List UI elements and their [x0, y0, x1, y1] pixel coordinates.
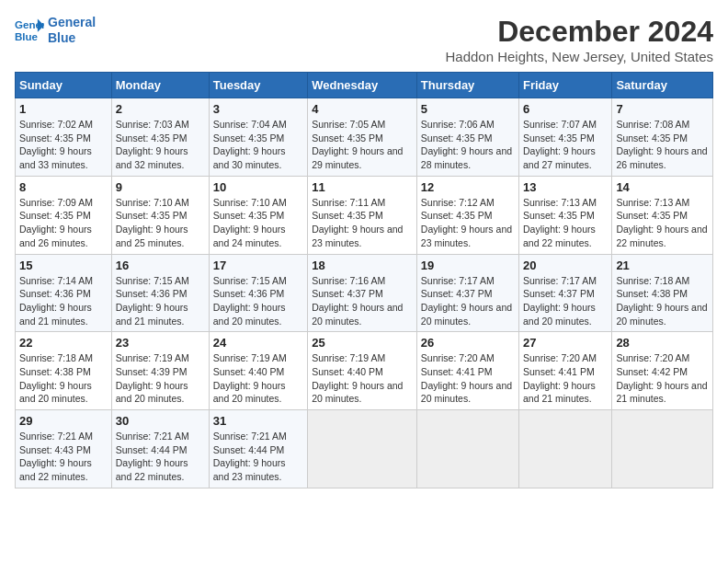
header-thursday: Thursday: [416, 73, 518, 98]
header-sunday: Sunday: [16, 73, 112, 98]
day-info: Sunrise: 7:20 AMSunset: 4:41 PMDaylight:…: [523, 351, 608, 406]
day-info: Sunrise: 7:02 AMSunset: 4:35 PMDaylight:…: [19, 118, 108, 172]
day-number: 26: [421, 336, 515, 350]
day-number: 28: [616, 336, 709, 350]
calendar-cell: 24Sunrise: 7:19 AMSunset: 4:40 PMDayligh…: [209, 332, 307, 410]
calendar-cell: 17Sunrise: 7:15 AMSunset: 4:36 PMDayligh…: [209, 254, 307, 332]
day-info: Sunrise: 7:17 AMSunset: 4:37 PMDaylight:…: [421, 274, 515, 328]
header-monday: Monday: [111, 73, 209, 98]
logo-icon: General Blue: [15, 16, 44, 45]
day-info: Sunrise: 7:21 AMSunset: 4:43 PMDaylight:…: [19, 430, 108, 484]
day-info: Sunrise: 7:08 AMSunset: 4:35 PMDaylight:…: [616, 118, 709, 172]
day-info: Sunrise: 7:18 AMSunset: 4:38 PMDaylight:…: [19, 351, 108, 406]
day-info: Sunrise: 7:20 AMSunset: 4:42 PMDaylight:…: [616, 351, 709, 406]
day-info: Sunrise: 7:13 AMSunset: 4:35 PMDaylight:…: [523, 196, 608, 250]
calendar-cell: 26Sunrise: 7:20 AMSunset: 4:41 PMDayligh…: [416, 332, 518, 410]
day-number: 5: [421, 102, 515, 116]
calendar-cell: [612, 410, 713, 488]
calendar-body: 1Sunrise: 7:02 AMSunset: 4:35 PMDaylight…: [16, 98, 713, 488]
day-number: 25: [312, 336, 413, 350]
day-number: 19: [421, 259, 515, 272]
day-number: 16: [116, 259, 205, 272]
calendar-cell: 15Sunrise: 7:14 AMSunset: 4:36 PMDayligh…: [16, 254, 112, 332]
calendar-week-4: 29Sunrise: 7:21 AMSunset: 4:43 PMDayligh…: [16, 410, 713, 488]
day-info: Sunrise: 7:13 AMSunset: 4:35 PMDaylight:…: [616, 196, 709, 250]
day-number: 14: [616, 180, 709, 194]
calendar-table: SundayMondayTuesdayWednesdayThursdayFrid…: [15, 72, 713, 488]
day-number: 4: [312, 102, 413, 116]
calendar-cell: 23Sunrise: 7:19 AMSunset: 4:39 PMDayligh…: [111, 332, 209, 410]
day-number: 7: [616, 102, 709, 116]
calendar-cell: 14Sunrise: 7:13 AMSunset: 4:35 PMDayligh…: [612, 176, 713, 254]
day-number: 17: [213, 259, 303, 272]
calendar-cell: 9Sunrise: 7:10 AMSunset: 4:35 PMDaylight…: [111, 176, 209, 254]
day-number: 29: [19, 414, 108, 428]
day-info: Sunrise: 7:19 AMSunset: 4:40 PMDaylight:…: [312, 351, 413, 406]
day-info: Sunrise: 7:20 AMSunset: 4:41 PMDaylight:…: [421, 351, 515, 406]
calendar-cell: 22Sunrise: 7:18 AMSunset: 4:38 PMDayligh…: [16, 332, 112, 410]
calendar-week-0: 1Sunrise: 7:02 AMSunset: 4:35 PMDaylight…: [16, 98, 713, 177]
main-title: December 2024: [445, 15, 713, 49]
day-number: 2: [116, 102, 205, 116]
calendar-cell: 28Sunrise: 7:20 AMSunset: 4:42 PMDayligh…: [612, 332, 713, 410]
calendar-cell: 12Sunrise: 7:12 AMSunset: 4:35 PMDayligh…: [416, 176, 518, 254]
day-number: 18: [312, 259, 413, 272]
calendar-cell: 2Sunrise: 7:03 AMSunset: 4:35 PMDaylight…: [111, 98, 209, 177]
calendar-cell: [416, 410, 518, 488]
subtitle: Haddon Heights, New Jersey, United State…: [445, 49, 713, 64]
header-wednesday: Wednesday: [308, 73, 417, 98]
calendar-cell: [519, 410, 612, 488]
day-info: Sunrise: 7:11 AMSunset: 4:35 PMDaylight:…: [312, 196, 413, 250]
day-number: 15: [19, 259, 108, 272]
day-info: Sunrise: 7:09 AMSunset: 4:35 PMDaylight:…: [19, 196, 108, 250]
calendar-cell: 25Sunrise: 7:19 AMSunset: 4:40 PMDayligh…: [308, 332, 417, 410]
day-number: 30: [116, 414, 205, 428]
calendar-cell: 20Sunrise: 7:17 AMSunset: 4:37 PMDayligh…: [519, 254, 612, 332]
day-info: Sunrise: 7:03 AMSunset: 4:35 PMDaylight:…: [116, 118, 205, 172]
header-friday: Friday: [519, 73, 612, 98]
day-info: Sunrise: 7:17 AMSunset: 4:37 PMDaylight:…: [523, 274, 608, 328]
calendar-cell: 3Sunrise: 7:04 AMSunset: 4:35 PMDaylight…: [209, 98, 307, 177]
day-info: Sunrise: 7:10 AMSunset: 4:35 PMDaylight:…: [213, 196, 303, 250]
calendar-cell: 21Sunrise: 7:18 AMSunset: 4:38 PMDayligh…: [612, 254, 713, 332]
calendar-cell: 5Sunrise: 7:06 AMSunset: 4:35 PMDaylight…: [416, 98, 518, 177]
day-number: 3: [213, 102, 303, 116]
calendar-cell: 16Sunrise: 7:15 AMSunset: 4:36 PMDayligh…: [111, 254, 209, 332]
day-info: Sunrise: 7:07 AMSunset: 4:35 PMDaylight:…: [523, 118, 608, 172]
calendar-cell: 18Sunrise: 7:16 AMSunset: 4:37 PMDayligh…: [308, 254, 417, 332]
calendar-cell: 19Sunrise: 7:17 AMSunset: 4:37 PMDayligh…: [416, 254, 518, 332]
day-info: Sunrise: 7:16 AMSunset: 4:37 PMDaylight:…: [312, 274, 413, 328]
day-number: 27: [523, 336, 608, 350]
day-info: Sunrise: 7:19 AMSunset: 4:39 PMDaylight:…: [116, 351, 205, 406]
day-number: 24: [213, 336, 303, 350]
day-number: 23: [116, 336, 205, 350]
day-number: 22: [19, 336, 108, 350]
header-saturday: Saturday: [612, 73, 713, 98]
calendar-cell: 11Sunrise: 7:11 AMSunset: 4:35 PMDayligh…: [308, 176, 417, 254]
day-info: Sunrise: 7:21 AMSunset: 4:44 PMDaylight:…: [213, 430, 303, 484]
title-area: December 2024 Haddon Heights, New Jersey…: [445, 15, 713, 64]
day-info: Sunrise: 7:14 AMSunset: 4:36 PMDaylight:…: [19, 274, 108, 328]
day-info: Sunrise: 7:06 AMSunset: 4:35 PMDaylight:…: [421, 118, 515, 172]
calendar-header-row: SundayMondayTuesdayWednesdayThursdayFrid…: [16, 73, 713, 98]
logo: General Blue General Blue: [15, 15, 96, 46]
logo-line1: General: [48, 15, 96, 30]
calendar-cell: [308, 410, 417, 488]
day-info: Sunrise: 7:18 AMSunset: 4:38 PMDaylight:…: [616, 274, 709, 328]
calendar-week-3: 22Sunrise: 7:18 AMSunset: 4:38 PMDayligh…: [16, 332, 713, 410]
day-number: 1: [19, 102, 108, 116]
calendar-cell: 13Sunrise: 7:13 AMSunset: 4:35 PMDayligh…: [519, 176, 612, 254]
calendar-cell: 1Sunrise: 7:02 AMSunset: 4:35 PMDaylight…: [16, 98, 112, 177]
calendar-cell: 4Sunrise: 7:05 AMSunset: 4:35 PMDaylight…: [308, 98, 417, 177]
calendar-cell: 10Sunrise: 7:10 AMSunset: 4:35 PMDayligh…: [209, 176, 307, 254]
day-number: 21: [616, 259, 709, 272]
calendar-cell: 7Sunrise: 7:08 AMSunset: 4:35 PMDaylight…: [612, 98, 713, 177]
calendar-cell: 31Sunrise: 7:21 AMSunset: 4:44 PMDayligh…: [209, 410, 307, 488]
day-number: 11: [312, 180, 413, 194]
page-header: General Blue General Blue December 2024 …: [15, 15, 713, 64]
header-tuesday: Tuesday: [209, 73, 307, 98]
calendar-cell: 29Sunrise: 7:21 AMSunset: 4:43 PMDayligh…: [16, 410, 112, 488]
day-number: 6: [523, 102, 608, 116]
day-info: Sunrise: 7:10 AMSunset: 4:35 PMDaylight:…: [116, 196, 205, 250]
day-number: 12: [421, 180, 515, 194]
